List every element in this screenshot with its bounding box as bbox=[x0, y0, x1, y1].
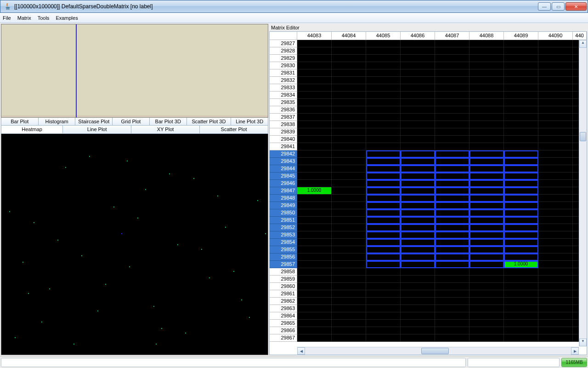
cell[interactable] bbox=[332, 62, 366, 69]
cell[interactable] bbox=[401, 158, 435, 165]
cell[interactable] bbox=[435, 128, 469, 136]
row-header[interactable]: 29831 bbox=[270, 69, 297, 77]
cell[interactable] bbox=[366, 180, 401, 187]
cell[interactable] bbox=[538, 99, 573, 106]
row-header[interactable]: 29847 bbox=[270, 187, 297, 195]
menu-file[interactable]: File bbox=[3, 15, 11, 21]
cell[interactable] bbox=[504, 276, 538, 283]
overview-plot[interactable] bbox=[1, 24, 268, 118]
cell[interactable] bbox=[332, 268, 366, 276]
cell[interactable] bbox=[435, 114, 469, 121]
cell[interactable] bbox=[332, 180, 366, 187]
row-header[interactable]: 29855 bbox=[270, 246, 297, 253]
cell[interactable] bbox=[401, 47, 435, 55]
cell[interactable] bbox=[435, 77, 469, 84]
cell[interactable] bbox=[504, 312, 538, 320]
cell[interactable] bbox=[366, 128, 401, 136]
cell[interactable] bbox=[366, 55, 401, 62]
cell[interactable] bbox=[435, 209, 469, 217]
cell[interactable] bbox=[332, 114, 366, 121]
col-header[interactable]: 44090 bbox=[538, 32, 573, 40]
scroll-down-button[interactable]: ▼ bbox=[579, 339, 587, 346]
cell[interactable] bbox=[297, 217, 332, 224]
cell[interactable] bbox=[297, 136, 332, 143]
cell[interactable] bbox=[332, 290, 366, 298]
cell[interactable] bbox=[297, 180, 332, 187]
cell[interactable] bbox=[435, 261, 469, 268]
cell[interactable] bbox=[435, 47, 469, 55]
row-header[interactable]: 29842 bbox=[270, 150, 297, 158]
cell[interactable] bbox=[469, 55, 504, 62]
cell[interactable] bbox=[297, 268, 332, 276]
cell[interactable] bbox=[538, 334, 573, 342]
cell[interactable] bbox=[469, 114, 504, 121]
cell-grid[interactable]: 1.00001.0000 bbox=[297, 40, 587, 355]
cell[interactable] bbox=[435, 320, 469, 327]
cell[interactable] bbox=[401, 217, 435, 224]
tab-scatter-plot[interactable]: Scatter Plot bbox=[200, 126, 268, 133]
cell[interactable] bbox=[297, 195, 332, 202]
tab-histogram[interactable]: Histogram bbox=[39, 118, 76, 125]
cell[interactable] bbox=[504, 143, 538, 150]
cell[interactable] bbox=[297, 158, 332, 165]
cell[interactable] bbox=[469, 305, 504, 312]
cell[interactable] bbox=[504, 180, 538, 187]
cell[interactable] bbox=[435, 327, 469, 334]
row-header[interactable]: 29860 bbox=[270, 283, 297, 290]
cell[interactable] bbox=[297, 62, 332, 69]
cell[interactable] bbox=[366, 165, 401, 172]
cell[interactable] bbox=[401, 187, 435, 195]
cell[interactable] bbox=[366, 217, 401, 224]
row-header[interactable]: 29859 bbox=[270, 276, 297, 283]
cell[interactable] bbox=[401, 172, 435, 180]
row-header[interactable]: 29864 bbox=[270, 312, 297, 320]
cell[interactable] bbox=[435, 253, 469, 261]
cell[interactable] bbox=[504, 128, 538, 136]
row-header[interactable]: 29849 bbox=[270, 202, 297, 209]
cell[interactable] bbox=[297, 69, 332, 77]
cell[interactable] bbox=[332, 261, 366, 268]
cell[interactable] bbox=[538, 276, 573, 283]
cell[interactable] bbox=[332, 209, 366, 217]
row-header[interactable]: 29844 bbox=[270, 165, 297, 172]
cell[interactable] bbox=[401, 290, 435, 298]
cell[interactable] bbox=[297, 320, 332, 327]
row-header[interactable]: 29846 bbox=[270, 180, 297, 187]
row-header[interactable]: 29852 bbox=[270, 224, 297, 231]
cell[interactable] bbox=[297, 84, 332, 92]
menu-matrix[interactable]: Matrix bbox=[17, 15, 31, 21]
cell[interactable] bbox=[504, 62, 538, 69]
row-header[interactable]: 29854 bbox=[270, 239, 297, 246]
cell[interactable] bbox=[401, 298, 435, 305]
row-header[interactable]: 29836 bbox=[270, 106, 297, 114]
row-header[interactable]: 29837 bbox=[270, 114, 297, 121]
cell[interactable] bbox=[538, 40, 573, 47]
cell[interactable] bbox=[469, 158, 504, 165]
cell[interactable] bbox=[469, 290, 504, 298]
cell[interactable] bbox=[366, 136, 401, 143]
row-header[interactable]: 29843 bbox=[270, 158, 297, 165]
cell[interactable] bbox=[469, 150, 504, 158]
cell[interactable] bbox=[366, 195, 401, 202]
row-header[interactable]: 29829 bbox=[270, 55, 297, 62]
cell[interactable] bbox=[538, 47, 573, 55]
cell[interactable] bbox=[435, 121, 469, 128]
cell[interactable] bbox=[504, 253, 538, 261]
cell[interactable] bbox=[332, 99, 366, 106]
cell[interactable] bbox=[332, 283, 366, 290]
cell[interactable]: 1.0000 bbox=[504, 261, 538, 268]
tab-staircase-plot[interactable]: Staircase Plot bbox=[75, 118, 113, 125]
cell[interactable] bbox=[366, 106, 401, 114]
cell[interactable] bbox=[469, 320, 504, 327]
heatmap-canvas[interactable] bbox=[1, 134, 268, 355]
cell[interactable] bbox=[538, 121, 573, 128]
cell[interactable] bbox=[366, 224, 401, 231]
titlebar[interactable]: [[100000x100000]] DefaultSparseDoubleMat… bbox=[0, 0, 588, 13]
cell[interactable] bbox=[504, 99, 538, 106]
cell[interactable] bbox=[332, 187, 366, 195]
tab-line-plot-3d[interactable]: Line Plot 3D bbox=[231, 118, 268, 125]
cell[interactable] bbox=[435, 84, 469, 92]
cell[interactable] bbox=[401, 150, 435, 158]
row-header[interactable]: 29833 bbox=[270, 84, 297, 92]
cell[interactable] bbox=[504, 55, 538, 62]
